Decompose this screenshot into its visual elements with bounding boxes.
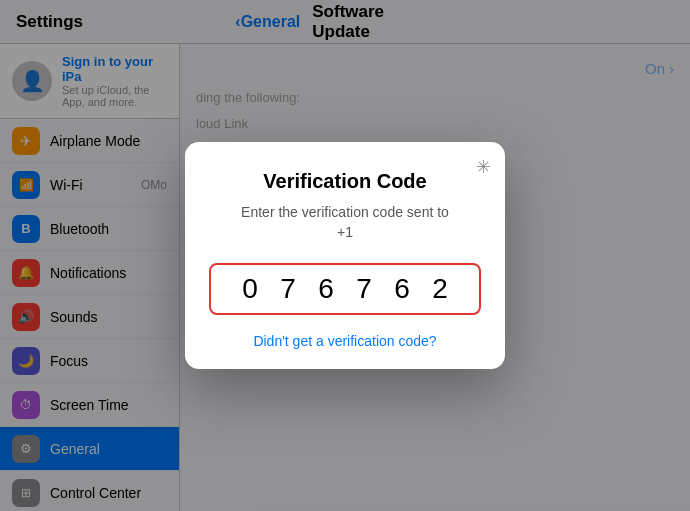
code-digit-2: 6 — [312, 275, 340, 303]
modal-subtitle-line1: Enter the verification code sent to — [241, 204, 449, 220]
code-digit-1: 7 — [274, 275, 302, 303]
verification-code-box[interactable]: 0 7 6 7 6 2 — [209, 263, 481, 315]
modal-subtitle-phone: +1 — [337, 224, 353, 240]
code-digit-5: 2 — [426, 275, 454, 303]
code-digit-3: 7 — [350, 275, 378, 303]
code-digit-0: 0 — [236, 275, 264, 303]
code-digit-4: 6 — [388, 275, 416, 303]
loading-spinner: ✳ — [476, 156, 491, 178]
modal-subtitle: Enter the verification code sent to +1 — [209, 203, 481, 242]
verification-modal: ✳ Verification Code Enter the verificati… — [185, 142, 505, 368]
modal-overlay: ✳ Verification Code Enter the verificati… — [0, 0, 690, 511]
resend-link[interactable]: Didn't get a verification code? — [209, 333, 481, 349]
modal-title: Verification Code — [209, 170, 481, 193]
